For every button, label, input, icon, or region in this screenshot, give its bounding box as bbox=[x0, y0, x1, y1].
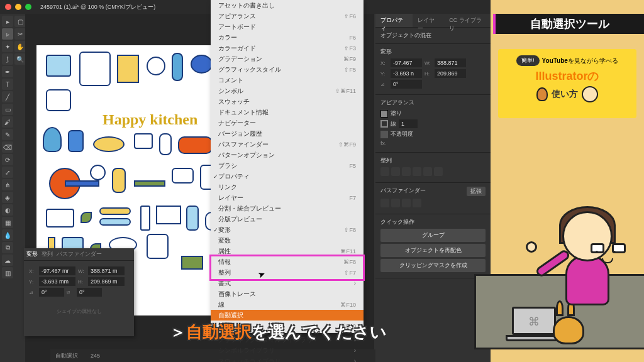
menu-item[interactable]: シンボル⇧⌘F11 bbox=[211, 85, 364, 96]
align-center-h-icon[interactable] bbox=[391, 167, 400, 176]
rotate-tool[interactable]: ⟳ bbox=[2, 154, 13, 165]
brush-tool[interactable]: 🖌 bbox=[2, 116, 13, 128]
tutorial-banner: 自動選択ツール bbox=[493, 14, 644, 34]
selection-type: オブジェクトの混在 bbox=[380, 31, 486, 40]
expand-button[interactable]: 拡張 bbox=[467, 187, 486, 196]
float-tab-align[interactable]: 整列 bbox=[42, 250, 53, 258]
scale-tool[interactable]: ⤢ bbox=[2, 167, 13, 178]
align-top-icon[interactable] bbox=[413, 167, 421, 176]
tab-properties[interactable]: プロパティ bbox=[375, 14, 413, 27]
menu-item[interactable]: 自動選択 bbox=[211, 310, 364, 321]
menu-item[interactable]: バージョン履歴 bbox=[211, 128, 364, 139]
subtitle: ＞自動選択を選んでください bbox=[170, 321, 387, 343]
width-tool[interactable]: ⋔ bbox=[2, 179, 13, 190]
appearance-title: アピアランス bbox=[380, 99, 486, 107]
fill-swatch[interactable] bbox=[380, 110, 388, 118]
free-transform-tool[interactable]: ◈ bbox=[2, 192, 13, 203]
pathfinder-exclude-icon[interactable] bbox=[413, 199, 421, 207]
menu-item[interactable]: アセットの書き出し bbox=[211, 0, 364, 11]
rectangle-tool[interactable]: ▭ bbox=[2, 104, 13, 115]
menu-item[interactable]: プロパティ bbox=[211, 171, 364, 182]
minimize-icon[interactable] bbox=[15, 4, 21, 10]
zoom-tool[interactable]: 🔍 bbox=[14, 53, 26, 65]
menu-item[interactable]: カラーガイド⇧F3 bbox=[211, 43, 364, 53]
maximize-icon[interactable] bbox=[25, 4, 31, 10]
align-right-icon[interactable] bbox=[402, 167, 411, 176]
magic-wand-tool[interactable]: ✦ bbox=[2, 41, 13, 52]
pencil-tool[interactable]: ✎ bbox=[2, 129, 13, 140]
align-bottom-icon[interactable] bbox=[434, 167, 443, 176]
symbol-tool[interactable]: ☁ bbox=[2, 255, 13, 266]
blend-tool[interactable]: ⧉ bbox=[2, 242, 13, 253]
close-icon[interactable] bbox=[5, 4, 11, 10]
menu-item[interactable]: 分版プレビュー bbox=[211, 214, 364, 224]
menu-item[interactable]: グラデーション⌘F9 bbox=[211, 53, 364, 64]
stroke-swatch[interactable] bbox=[380, 120, 388, 128]
menu-item[interactable]: パターンオプション bbox=[211, 150, 364, 160]
menu-item[interactable]: ブラシF5 bbox=[211, 160, 364, 171]
menu-item[interactable]: アピアランス⇧F6 bbox=[211, 11, 364, 21]
menu-item[interactable]: グラフィックスタイル⇧F5 bbox=[211, 64, 364, 75]
menu-item[interactable]: 変形⇧F8 bbox=[211, 224, 364, 235]
align-left-icon[interactable] bbox=[380, 167, 389, 176]
gradient-tool[interactable]: ▦ bbox=[2, 217, 13, 228]
prop-angle[interactable]: 0° bbox=[391, 80, 422, 89]
pathfinder-title: パスファインダー bbox=[380, 187, 426, 196]
prop-y[interactable]: -3.693 n bbox=[391, 69, 422, 78]
promo-title: Illustratorの bbox=[535, 69, 599, 84]
pen-tool[interactable]: ✒ bbox=[2, 66, 13, 77]
menu-item[interactable]: 情報⌘F8 bbox=[211, 256, 364, 267]
window-menu[interactable]: アセットの書き出しアピアランス⇧F6アートボードカラーF6カラーガイド⇧F3グラ… bbox=[211, 0, 364, 333]
pathfinder-unite-icon[interactable] bbox=[380, 199, 389, 207]
menu-item[interactable]: ドキュメント情報 bbox=[211, 107, 364, 118]
tool-palette: ▸ ▹ ✦ ⟆ ✒ T ╱ ▭ 🖌 ✎ ⌫ ⟳ ⤢ ⋔ ◈ ◐ ▦ 💧 ⧉ ☁ … bbox=[0, 14, 25, 284]
type-tool[interactable]: T bbox=[2, 79, 13, 90]
align-center-v-icon[interactable] bbox=[423, 167, 432, 176]
pathfinder-intersect-icon[interactable] bbox=[402, 199, 411, 207]
shape-builder-tool[interactable]: ◐ bbox=[2, 204, 13, 216]
badge-easy: 簡単! bbox=[516, 55, 540, 66]
float-tab-pathfinder[interactable]: パスファインダー bbox=[57, 250, 102, 258]
menu-item[interactable]: 分割・統合プレビュー bbox=[211, 203, 364, 214]
menu-item[interactable]: 変数 bbox=[211, 235, 364, 246]
prop-w[interactable]: 388.871 bbox=[435, 58, 466, 67]
menu-item[interactable]: シンボルライブラリ bbox=[211, 345, 364, 356]
prop-x[interactable]: -97.467 bbox=[391, 58, 422, 67]
menu-item[interactable]: 書式 bbox=[211, 278, 364, 288]
menu-item[interactable]: コメント bbox=[211, 75, 364, 85]
promo-sub: 使い方 bbox=[552, 89, 578, 100]
menu-item[interactable]: ナビゲーター bbox=[211, 118, 364, 128]
selection-tool[interactable]: ▸ bbox=[2, 16, 13, 27]
menu-item[interactable]: スウォッチライブラリ bbox=[211, 356, 364, 362]
eyedropper-tool[interactable]: 💧 bbox=[2, 229, 13, 241]
line-tool[interactable]: ╱ bbox=[2, 91, 13, 102]
menu-item[interactable]: 整列⇧F7 bbox=[211, 267, 364, 278]
menu-item[interactable]: スウォッチ bbox=[211, 96, 364, 107]
pathfinder-minus-icon[interactable] bbox=[391, 199, 400, 207]
artboard-tool[interactable]: ▢ bbox=[14, 16, 26, 27]
recolor-button[interactable]: オブジェクトを再配色 bbox=[380, 244, 486, 257]
menu-item[interactable]: 画像トレース bbox=[211, 288, 364, 299]
menu-item[interactable]: 属性⌘F11 bbox=[211, 246, 364, 256]
hand-tool[interactable]: ✋ bbox=[14, 41, 26, 52]
tab-cclib[interactable]: CC ライブラリ bbox=[444, 14, 491, 27]
prop-h[interactable]: 209.869 bbox=[435, 69, 466, 78]
menu-item[interactable]: パスファインダー⇧⌘F9 bbox=[211, 139, 364, 150]
float-tab-transform[interactable]: 変形 bbox=[26, 250, 38, 258]
group-button[interactable]: グループ bbox=[380, 229, 486, 242]
direct-selection-tool[interactable]: ▹ bbox=[2, 28, 13, 40]
slice-tool[interactable]: ✂ bbox=[14, 28, 26, 40]
transform-panel[interactable]: 変形 整列 パスファインダー X:-97.467 mr W:388.871 m … bbox=[24, 248, 134, 336]
menu-item[interactable]: アートボード bbox=[211, 21, 364, 32]
tab-layers[interactable]: レイヤー bbox=[413, 14, 444, 27]
menu-item[interactable]: 線⌘F10 bbox=[211, 299, 364, 310]
clip-mask-button[interactable]: クリッピングマスクを作成 bbox=[380, 259, 486, 272]
graph-tool[interactable]: ▥ bbox=[2, 267, 13, 278]
lasso-tool[interactable]: ⟆ bbox=[2, 53, 13, 65]
menu-item[interactable]: リンク bbox=[211, 182, 364, 192]
document-title: 2459701 (1).ai* @ 100 % (CMYK/プレビュー) bbox=[40, 3, 155, 11]
avatar-icon bbox=[582, 86, 598, 102]
menu-item[interactable]: カラーF6 bbox=[211, 32, 364, 43]
eraser-tool[interactable]: ⌫ bbox=[2, 141, 13, 153]
menu-item[interactable]: レイヤーF7 bbox=[211, 192, 364, 203]
